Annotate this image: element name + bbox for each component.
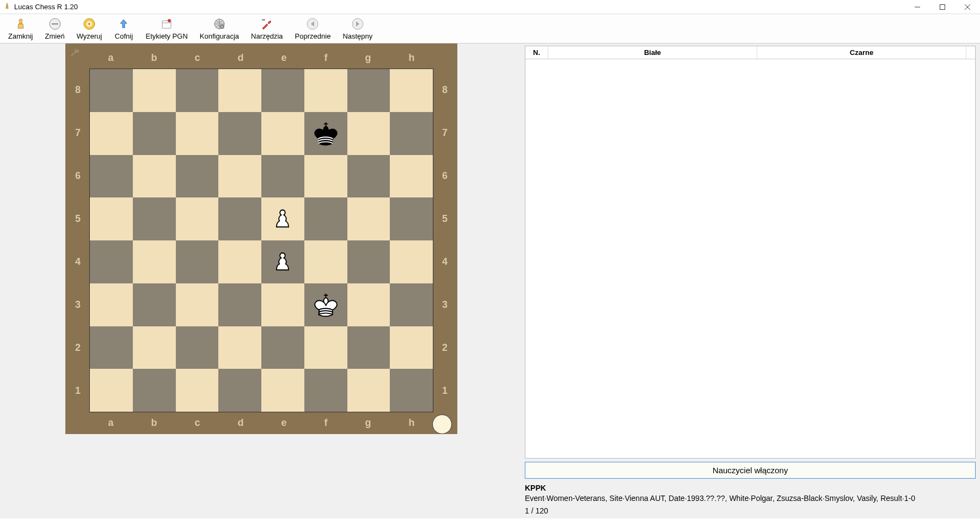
square-c3[interactable] <box>176 283 219 326</box>
file-label: c <box>194 52 200 64</box>
square-e7[interactable] <box>261 112 304 155</box>
square-c2[interactable] <box>176 326 219 369</box>
square-c1[interactable] <box>176 369 219 412</box>
square-b7[interactable] <box>133 112 176 155</box>
square-c5[interactable] <box>176 197 219 240</box>
square-f3[interactable] <box>304 283 347 326</box>
square-h7[interactable] <box>390 112 433 155</box>
square-d5[interactable] <box>218 197 261 240</box>
board-grid[interactable] <box>89 69 433 412</box>
window-controls <box>905 0 980 14</box>
square-a6[interactable] <box>90 155 133 198</box>
square-b6[interactable] <box>133 155 176 198</box>
square-b4[interactable] <box>133 240 176 283</box>
square-b3[interactable] <box>133 283 176 326</box>
file-label: h <box>408 52 414 64</box>
pawn-icon <box>14 17 28 31</box>
square-a8[interactable] <box>90 69 133 112</box>
rank-label: 8 <box>442 84 448 96</box>
square-h5[interactable] <box>390 197 433 240</box>
tools-button[interactable]: Narzędzia <box>245 15 289 42</box>
square-e5[interactable] <box>261 197 304 240</box>
square-h8[interactable] <box>390 69 433 112</box>
square-a2[interactable] <box>90 326 133 369</box>
square-c7[interactable] <box>176 112 219 155</box>
square-h4[interactable] <box>390 240 433 283</box>
square-d4[interactable] <box>218 240 261 283</box>
rank-label: 6 <box>442 170 448 182</box>
col-spacer <box>966 46 975 59</box>
square-g3[interactable] <box>347 283 390 326</box>
square-h3[interactable] <box>390 283 433 326</box>
col-black: Czarne <box>757 46 966 59</box>
square-d8[interactable] <box>218 69 261 112</box>
square-d6[interactable] <box>218 155 261 198</box>
square-e1[interactable] <box>261 369 304 412</box>
square-e6[interactable] <box>261 155 304 198</box>
close-window-button[interactable] <box>955 0 980 14</box>
undo-button[interactable]: Cofnij <box>108 15 139 42</box>
square-f6[interactable] <box>304 155 347 198</box>
square-g1[interactable] <box>347 369 390 412</box>
square-g8[interactable] <box>347 69 390 112</box>
square-f7[interactable] <box>304 112 347 155</box>
square-f5[interactable] <box>304 197 347 240</box>
square-g7[interactable] <box>347 112 390 155</box>
square-g5[interactable] <box>347 197 390 240</box>
square-d3[interactable] <box>218 283 261 326</box>
white-king[interactable] <box>304 283 347 326</box>
square-d2[interactable] <box>218 326 261 369</box>
wrench-icon[interactable] <box>69 47 81 60</box>
square-c8[interactable] <box>176 69 219 112</box>
square-b2[interactable] <box>133 326 176 369</box>
square-a5[interactable] <box>90 197 133 240</box>
chess-board[interactable]: abcdefgh abcdefgh 87654321 87654321 <box>65 44 457 434</box>
square-e4[interactable] <box>261 240 304 283</box>
square-b5[interactable] <box>133 197 176 240</box>
square-d7[interactable] <box>218 112 261 155</box>
reset-button[interactable]: Wyzeruj <box>71 15 108 42</box>
svg-point-14 <box>221 26 223 28</box>
teacher-button[interactable]: Nauczyciel włączony <box>525 462 976 479</box>
black-king[interactable] <box>304 112 347 155</box>
square-g2[interactable] <box>347 326 390 369</box>
square-g4[interactable] <box>347 240 390 283</box>
rank-label: 2 <box>75 342 81 354</box>
minimize-button[interactable] <box>905 0 930 14</box>
square-f4[interactable] <box>304 240 347 283</box>
square-e2[interactable] <box>261 326 304 369</box>
moves-table[interactable]: N. Białe Czarne <box>525 46 976 459</box>
square-h6[interactable] <box>390 155 433 198</box>
square-f8[interactable] <box>304 69 347 112</box>
square-a7[interactable] <box>90 112 133 155</box>
square-f2[interactable] <box>304 326 347 369</box>
svg-rect-1 <box>940 4 945 9</box>
square-a3[interactable] <box>90 283 133 326</box>
square-h1[interactable] <box>390 369 433 412</box>
square-h2[interactable] <box>390 326 433 369</box>
prev-button[interactable]: Poprzednie <box>289 15 337 42</box>
close-button[interactable]: Zamknij <box>2 15 39 42</box>
titlebar-left: Lucas Chess R 1.20 <box>3 2 78 11</box>
square-c6[interactable] <box>176 155 219 198</box>
square-a1[interactable] <box>90 369 133 412</box>
maximize-button[interactable] <box>930 0 955 14</box>
next-button[interactable]: Następny <box>336 15 378 42</box>
square-b1[interactable] <box>133 369 176 412</box>
square-e8[interactable] <box>261 69 304 112</box>
config-button[interactable]: Konfiguracja <box>194 15 245 42</box>
pgn-labels-button[interactable]: Etykiety PGN <box>139 15 193 42</box>
rank-label: 3 <box>442 299 448 311</box>
square-b8[interactable] <box>133 69 176 112</box>
change-button[interactable]: Zmień <box>39 15 71 42</box>
square-g6[interactable] <box>347 155 390 198</box>
square-e3[interactable] <box>261 283 304 326</box>
file-label: a <box>108 417 113 429</box>
white-pawn[interactable] <box>261 240 304 283</box>
square-f1[interactable] <box>304 369 347 412</box>
square-c4[interactable] <box>176 240 219 283</box>
white-pawn[interactable] <box>261 197 304 240</box>
square-d1[interactable] <box>218 369 261 412</box>
square-a4[interactable] <box>90 240 133 283</box>
file-label: e <box>281 417 286 429</box>
